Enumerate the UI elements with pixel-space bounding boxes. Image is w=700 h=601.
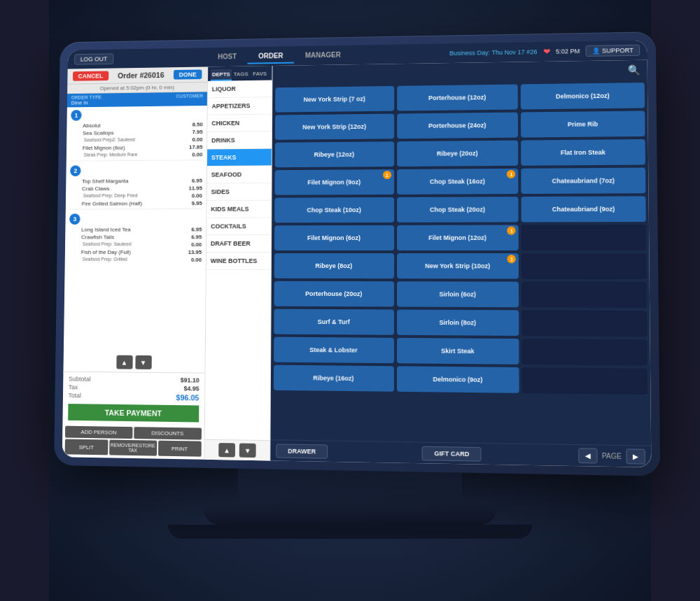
- item-ny-strip-10oz[interactable]: New York Strip (10oz)1: [397, 253, 519, 279]
- item-flat-iron-steak[interactable]: Flat Iron Steak: [521, 139, 645, 165]
- item-crawfish[interactable]: Crawfish Tails 6.95: [81, 233, 206, 241]
- scroll-up-button[interactable]: ▲: [116, 355, 132, 369]
- page-next-button[interactable]: ▶: [626, 448, 645, 464]
- dept-up-button[interactable]: ▲: [218, 443, 235, 458]
- order-seat-3: 3 Long Island Iced Tea 6.95 Crawfish Tai…: [65, 211, 206, 263]
- item-filet-mignon-9oz[interactable]: Filet Mignon (9oz)1: [274, 169, 393, 195]
- item-delmonico-12oz[interactable]: Delmonico (12oz): [521, 82, 645, 108]
- take-payment-button[interactable]: TAKE PAYMENT: [68, 404, 199, 422]
- seat-1-header: 1: [67, 106, 207, 122]
- dept-seafood[interactable]: SEAFOOD: [207, 166, 272, 183]
- dept-cocktails[interactable]: COCKTAILS: [206, 218, 271, 235]
- item-porterhouse-20oz[interactable]: Porterhouse (20oz): [274, 281, 394, 306]
- order-seat-2: 2 Top Shelf Margarita 6.95 Crab Claws 11…: [66, 163, 206, 210]
- item-steak-lobster[interactable]: Steak & Lobster: [274, 337, 394, 363]
- item-ribeye-8oz[interactable]: Ribeye (8oz): [274, 253, 394, 278]
- dept-tab-tags[interactable]: TAGS: [232, 69, 251, 80]
- order-items: 1 Absolut 8.50 Sea Scallops 7.95: [64, 105, 207, 353]
- support-button[interactable]: 👤 SUPPORT: [586, 44, 640, 56]
- dept-tab-departments[interactable]: DEPTS: [211, 69, 232, 80]
- bottom-actions-1: ADD PERSON DISCOUNTS: [62, 423, 204, 441]
- item-crab-claws[interactable]: Crab Claws 11.95: [82, 184, 206, 192]
- top-bar-right: Business Day: Thu Nov 17 #26 ❤ 5:02 PM 👤…: [449, 44, 640, 58]
- item-chop-steak-20oz[interactable]: Chop Steak (20oz): [397, 197, 519, 222]
- item-chateaubriand-9oz[interactable]: Chateaubriand (9oz): [522, 196, 646, 222]
- badge-filet-9oz: 1: [383, 171, 391, 179]
- dept-chicken[interactable]: CHICKEN: [207, 114, 272, 132]
- order-type-row: ORDER TYPE Dine In CUSTOMER: [67, 92, 207, 107]
- discounts-button[interactable]: DISCOUNTS: [134, 427, 202, 439]
- item-delmonico-9oz[interactable]: Delmonico (9oz): [397, 366, 519, 393]
- tab-order[interactable]: ORDER: [248, 48, 295, 64]
- item-salmon[interactable]: Fire Grilled Salmon (Half) 9.95: [82, 199, 206, 207]
- print-button[interactable]: PRINT: [158, 440, 202, 456]
- item-empty-5: [522, 339, 648, 365]
- customer-label: CUSTOMER: [176, 93, 203, 104]
- dept-tabs: DEPTS TAGS FAVS: [208, 66, 272, 81]
- item-filet-mignon-12oz[interactable]: Filet Mignon (12oz)1: [397, 225, 519, 250]
- dept-sides[interactable]: SIDES: [207, 183, 272, 200]
- menu-items-panel: 🔍 New York Strip (7 oz) Porterhouse (12o…: [270, 59, 651, 467]
- item-empty-2: [522, 253, 646, 279]
- item-sirloin-8oz[interactable]: Sirloin (8oz): [397, 309, 519, 336]
- order-seat-1: 1 Absolut 8.50 Sea Scallops 7.95: [66, 106, 207, 161]
- done-button[interactable]: DONE: [174, 69, 202, 79]
- dept-drinks[interactable]: DRINKS: [207, 132, 272, 149]
- item-chop-steak-16oz[interactable]: Chop Steak (16oz)1: [397, 168, 519, 194]
- item-margarita[interactable]: Top Shelf Margarita 6.95: [82, 176, 206, 185]
- top-bar-left: LOG OUT: [74, 53, 113, 64]
- item-filet-mignon-8oz[interactable]: Filet Mignon (8oz) 17.85: [83, 143, 207, 151]
- item-ny-strip-12oz[interactable]: New York Strip (12oz): [275, 113, 394, 139]
- seat-3-number: 3: [69, 213, 80, 225]
- dept-steaks[interactable]: STEAKS: [207, 148, 272, 166]
- drawer-button[interactable]: DRAWER: [276, 443, 328, 458]
- item-porterhouse-12oz[interactable]: Porterhouse (12oz): [397, 84, 518, 111]
- badge-chop-16oz: 1: [507, 169, 515, 178]
- cancel-button[interactable]: CANCEL: [73, 71, 108, 80]
- item-fish-mod: Seafood Prep: Grilled 0.00: [81, 255, 206, 263]
- item-crab-mod: Seafood Prep: Deep Fried 0.00: [82, 192, 206, 200]
- split-button[interactable]: SPLIT: [65, 439, 108, 455]
- item-empty-1: [522, 225, 646, 250]
- alert-icon: ❤: [543, 46, 550, 56]
- item-steak-mod: Steak Prep: Medium Rare 0.00: [83, 150, 207, 159]
- dept-list: LIQUOR APPETIZERS CHICKEN DRINKS STEAKS …: [205, 80, 272, 440]
- item-porterhouse-24oz[interactable]: Porterhouse (24oz): [397, 112, 519, 139]
- remove-restore-tax-button[interactable]: REMOVE/RESTORE TAX: [109, 439, 157, 455]
- item-filet-mignon-6oz[interactable]: Filet Mignon (6oz): [274, 225, 394, 250]
- item-ny-strip-7oz[interactable]: New York Strip (7 oz): [275, 85, 394, 112]
- order-panel: CANCEL Order #26016 DONE Opened at 5:02p…: [62, 66, 208, 459]
- dept-tab-favorites[interactable]: FAVS: [251, 68, 270, 80]
- dept-draft-beer[interactable]: DRAFT BEER: [206, 235, 271, 253]
- item-chateaubriand-7oz[interactable]: Chateaubriand (7oz): [522, 167, 646, 193]
- bottom-actions-2: SPLIT REMOVE/RESTORE TAX PRINT: [62, 439, 204, 459]
- add-person-button[interactable]: ADD PERSON: [65, 425, 132, 438]
- search-button[interactable]: 🔍: [628, 64, 640, 75]
- dept-appetizers[interactable]: APPETIZERS: [208, 97, 272, 115]
- item-surf-turf[interactable]: Surf & Turf: [274, 309, 393, 334]
- page-prev-button[interactable]: ◀: [578, 448, 597, 463]
- dept-kids-meals[interactable]: KIDS MEALS: [206, 200, 271, 218]
- dept-nav: ▲ ▼: [204, 439, 270, 460]
- item-fish-day[interactable]: Fish of the Day (Full) 13.95: [81, 248, 206, 256]
- item-prime-rib[interactable]: Prime Rib: [521, 111, 645, 137]
- item-skirt-steak[interactable]: Skirt Steak: [397, 337, 519, 364]
- item-iced-tea[interactable]: Long Island Iced Tea 6.95: [81, 225, 206, 233]
- order-type-value: Dine In: [71, 99, 102, 106]
- main-content: CANCEL Order #26016 DONE Opened at 5:02p…: [62, 59, 652, 467]
- gift-card-button[interactable]: GIFT CARD: [422, 446, 482, 461]
- tab-host[interactable]: HOST: [207, 49, 248, 64]
- item-ribeye-16oz[interactable]: Ribeye (16oz): [274, 365, 394, 391]
- dept-down-button[interactable]: ▼: [239, 443, 256, 458]
- tab-manager[interactable]: MANAGER: [294, 48, 351, 63]
- item-sirloin-6oz[interactable]: Sirloin (6oz): [397, 281, 519, 307]
- item-chop-steak-10oz[interactable]: Chop Steak (10oz): [274, 197, 394, 222]
- item-ribeye-12oz[interactable]: Ribeye (12oz): [275, 141, 394, 167]
- tablet-screen: LOG OUT HOST ORDER MANAGER Business Day:…: [62, 40, 652, 467]
- item-ribeye-20oz[interactable]: Ribeye (20oz): [397, 140, 519, 166]
- dept-liquor[interactable]: LIQUOR: [208, 80, 272, 98]
- dept-wine-bottles[interactable]: WINE BOTTLES: [206, 252, 271, 269]
- scroll-down-button[interactable]: ▼: [135, 355, 151, 369]
- logout-button[interactable]: LOG OUT: [74, 53, 113, 64]
- seat-3-items: Long Island Iced Tea 6.95 Crawfish Tails…: [65, 225, 206, 263]
